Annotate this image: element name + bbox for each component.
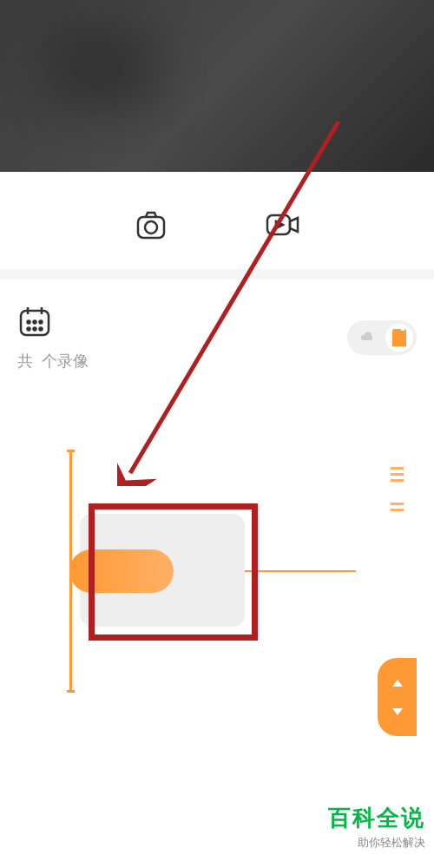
- watermark-subtitle: 助你轻松解决: [328, 835, 425, 851]
- svg-point-8: [40, 321, 43, 324]
- timeline-zoom-control[interactable]: [378, 658, 417, 736]
- svg-rect-0: [138, 217, 164, 238]
- watermark-title: 百科全说: [328, 803, 425, 833]
- zoom-in-button[interactable]: [392, 680, 403, 687]
- svg-point-10: [34, 328, 36, 331]
- section-divider: [0, 269, 434, 279]
- annotation-highlight-box: [89, 503, 258, 641]
- screenshot-button[interactable]: [133, 207, 169, 243]
- record-button[interactable]: [265, 207, 301, 243]
- recording-section: 共 个录像: [0, 279, 434, 734]
- cloud-icon: [358, 329, 375, 347]
- svg-point-11: [40, 328, 43, 331]
- svg-point-6: [28, 321, 30, 324]
- sd-card-option: [385, 324, 413, 352]
- control-bar: [0, 172, 434, 269]
- svg-point-9: [28, 328, 30, 331]
- video-preview-area[interactable]: [0, 0, 434, 172]
- sd-card-icon: [392, 329, 406, 346]
- calendar-icon: [17, 304, 52, 339]
- video-camera-icon: [265, 208, 301, 241]
- svg-point-1: [145, 221, 157, 233]
- zoom-out-button[interactable]: [392, 708, 403, 715]
- timeline-tick-marks: [391, 467, 408, 515]
- timeline-container: [17, 432, 417, 710]
- recording-count-label: 共 个录像: [17, 351, 89, 372]
- svg-point-7: [34, 321, 36, 324]
- watermark: 百科全说 助你轻松解决: [328, 803, 425, 851]
- calendar-button[interactable]: [17, 304, 52, 339]
- camera-icon: [135, 208, 168, 241]
- storage-toggle[interactable]: [347, 320, 417, 355]
